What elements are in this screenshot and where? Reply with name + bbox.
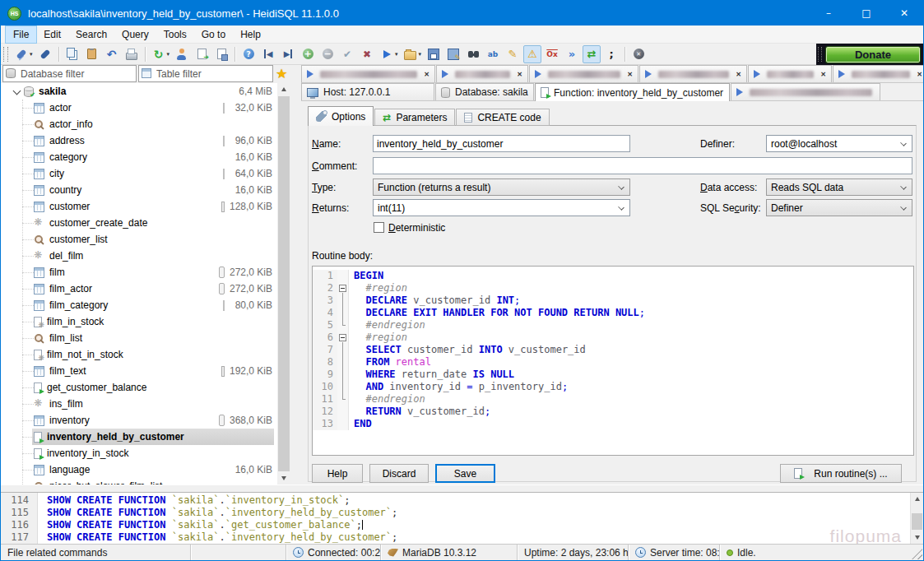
tree-item-film_not_in_stock[interactable]: film_not_in_stock [1,346,277,363]
tree-item-language[interactable]: language16,0 KiB [1,461,277,478]
tree-item-film_in_stock[interactable]: film_in_stock [1,313,277,330]
scroll-up-icon[interactable] [911,493,923,505]
save-button[interactable]: Save [435,464,495,483]
disconnect-button[interactable] [36,45,54,63]
tree-item-sakila[interactable]: sakila6,4 MiB [1,83,277,100]
comment-input[interactable] [373,157,912,174]
discard-button[interactable]: Discard [369,464,429,483]
paste-button[interactable] [83,45,101,63]
data-access-combo[interactable]: Reads SQL data [766,178,912,196]
query-tab-blurred[interactable]: ✕ [639,65,747,82]
execute-sql-button[interactable]: ▾ [378,45,400,63]
tree-item-film_actor[interactable]: film_actor272,0 KiB [1,280,277,297]
find-text-button[interactable] [464,45,482,63]
stop-button[interactable] [629,45,648,63]
tree-item-city[interactable]: city64,0 KiB [1,165,277,182]
copy-button[interactable] [63,45,81,63]
donate-button[interactable]: Donate [825,46,921,63]
menu-tools[interactable]: Tools [156,26,194,43]
tree-item-inventory_held_by_customer[interactable]: inventory_held_by_customer [1,429,277,445]
insert-record-button[interactable] [299,45,317,63]
tab-database[interactable]: Database: sakila [435,83,534,100]
scroll-down-icon[interactable] [911,531,923,544]
print-button[interactable] [123,45,141,63]
tree-item-actor[interactable]: actor32,0 KiB [1,100,277,116]
fold-collapse-icon[interactable] [339,285,346,292]
last-record-button[interactable] [279,45,297,63]
query-tab-blurred[interactable]: ✕ [529,65,638,82]
tree-item-category[interactable]: category16,0 KiB [1,149,277,165]
save-to-file-button[interactable] [212,45,230,63]
tree-item-inventory[interactable]: inventory368,0 KiB [1,412,277,429]
tree-item-customer[interactable]: customer128,0 KiB [1,198,277,215]
session-manager-button[interactable]: ▾ [12,45,35,63]
tree-item-nicer_but_slower_film_list[interactable]: nicer_but_slower_film_list [1,478,277,484]
run-routine-button[interactable]: Run routine(s) ... [780,464,902,483]
menu-query[interactable]: Query [114,26,156,43]
tab-function[interactable]: Function: inventory_held_by_customer [535,83,730,101]
scrollbar-thumb[interactable] [278,96,290,471]
close-icon[interactable]: ✕ [820,71,826,78]
scroll-up-icon[interactable] [277,83,290,95]
type-combo[interactable]: Function (returns a result) [373,178,630,196]
tree-scrollbar[interactable] [277,83,290,484]
returns-combo[interactable]: int(11) [373,199,630,216]
first-record-button[interactable] [259,45,277,63]
save-sql-button[interactable] [425,45,443,63]
close-icon[interactable]: ✕ [627,71,633,78]
toolbar-grip[interactable] [818,47,822,62]
close-icon[interactable]: ✕ [424,71,429,78]
help-button[interactable]: Help [312,464,363,483]
sql-security-combo[interactable]: Definer [766,199,912,216]
tab-options[interactable]: Options [308,106,374,126]
name-input[interactable] [373,135,630,152]
tree-item-country[interactable]: country16,0 KiB [1,182,277,198]
maximize-button[interactable]: □ [847,1,885,26]
tree-item-get_customer_balance[interactable]: get_customer_balance [1,379,277,396]
menu-search[interactable]: Search [68,26,114,43]
load-sql-file-button[interactable]: ▾ [402,45,424,63]
query-tab-blurred[interactable]: ✕ [748,65,832,82]
close-icon[interactable]: ✕ [917,71,922,78]
halt-on-errors-button[interactable] [523,45,541,63]
delimiter-button[interactable] [602,45,620,63]
tree-item-customer_list[interactable]: customer_list [1,231,277,248]
sql-log-panel[interactable]: 114SHOW CREATE FUNCTION `sakila`.`invent… [1,492,923,544]
query-tab-blurred[interactable]: ✕ [833,65,924,82]
tree-item-film_category[interactable]: film_category80,0 KiB [1,297,277,313]
tree-item-film[interactable]: film272,0 KiB [1,264,277,280]
tree-item-address[interactable]: address96,0 KiB [1,132,277,149]
reformat-query-button[interactable] [583,45,601,63]
session-tab-blurred[interactable] [731,83,880,100]
close-icon[interactable]: ✕ [736,71,741,78]
routine-body-editor[interactable]: 1BEGIN2 #region3 DECLARE v_customer_id I… [312,266,914,456]
tree-item-film_list[interactable]: film_list [1,330,277,346]
fold-gutter[interactable] [337,332,349,344]
tree-item-inventory_in_stock[interactable]: inventory_in_stock [1,445,277,461]
horizontal-splitter[interactable] [1,484,923,492]
menu-edit[interactable]: Edit [36,26,68,43]
query-tab-blurred[interactable]: ✕ [301,65,435,82]
export-tables-button[interactable] [193,45,211,63]
replace-text-button[interactable] [484,45,502,63]
table-filter-input[interactable] [138,65,273,82]
query-tab-blurred[interactable]: ✕ [436,65,528,82]
fold-collapse-icon[interactable] [339,334,346,341]
delete-record-button[interactable] [318,45,337,63]
send-statement-button[interactable] [563,45,581,63]
menu-help[interactable]: Help [233,26,268,43]
user-manager-button[interactable] [173,45,191,63]
tree-item-actor_info[interactable]: actor_info [1,116,277,132]
scroll-down-icon[interactable] [277,472,290,484]
refresh-button[interactable]: ▾ [150,45,172,63]
fold-gutter[interactable] [337,282,349,294]
log-scrollbar[interactable] [910,493,923,544]
undo-button[interactable] [103,45,121,63]
deterministic-checkbox[interactable] [374,222,384,233]
tab-create-code[interactable]: CREATE code [456,109,549,126]
cancel-edits-button[interactable] [358,45,376,63]
database-filter-input[interactable] [2,65,137,82]
toolbar-grip[interactable] [3,47,8,62]
query-beautifier-button[interactable] [504,45,522,63]
close-button[interactable]: ✕ [885,1,923,26]
